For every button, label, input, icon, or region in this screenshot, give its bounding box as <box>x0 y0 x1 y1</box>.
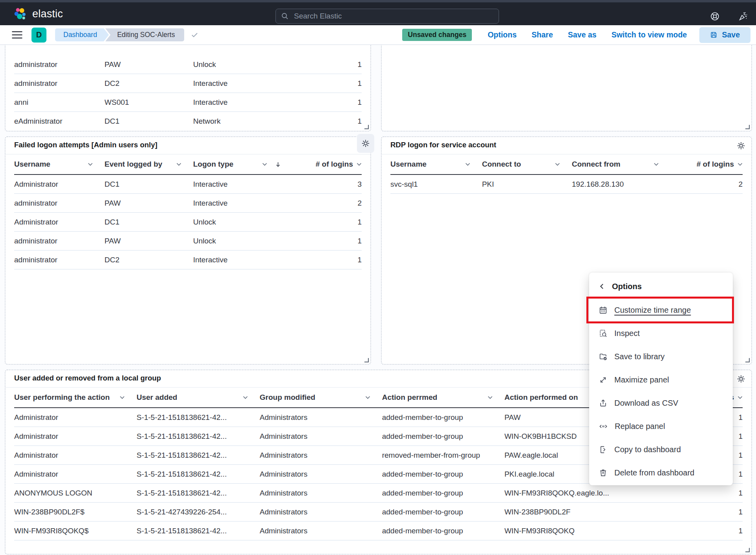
panel-resize-handle[interactable] <box>745 125 750 129</box>
menu-item-copy-to-dashboard[interactable]: Copy to dashboard <box>589 438 733 461</box>
chevron-down-icon <box>738 396 743 399</box>
menu-items: Customize time rangeInspectSave to libra… <box>589 299 733 484</box>
table-cell: PAW <box>105 237 193 245</box>
switch-to-view-mode-link[interactable]: Switch to view mode <box>612 30 687 39</box>
options-link[interactable]: Options <box>488 30 517 39</box>
save-as-link[interactable]: Save as <box>568 30 597 39</box>
chevron-down-icon <box>357 163 362 166</box>
menu-item-maximize-panel[interactable]: Maximize panel <box>589 368 733 392</box>
rdp-logon-table: UsernameConnect toConnect from# of login… <box>382 154 751 194</box>
check-icon <box>191 31 198 39</box>
table-cell: 1 <box>673 508 743 516</box>
table-cell: anni <box>14 98 105 107</box>
menu-item-inspect[interactable]: Inspect <box>589 322 733 345</box>
table-cell: 3 <box>290 180 362 189</box>
table-cell: 2 <box>671 180 743 189</box>
column-header[interactable]: Username <box>14 160 105 169</box>
table-cell: 1 <box>290 60 362 69</box>
table-row: administratorPAWInteractive2 <box>14 194 362 213</box>
menu-item-download-as-csv[interactable]: Download as CSV <box>589 392 733 415</box>
column-header[interactable]: User performing the action <box>14 393 137 402</box>
menu-item-customize-time-range[interactable]: Customize time range <box>589 299 733 322</box>
menu-hamburger-icon[interactable] <box>12 31 22 39</box>
table-cell: administrator <box>14 60 105 69</box>
breadcrumb-dashboard[interactable]: Dashboard <box>55 28 109 41</box>
table-row: administratorDC2Interactive1 <box>14 74 362 93</box>
table-cell: 1 <box>290 218 362 226</box>
column-header[interactable]: Username <box>390 160 482 169</box>
column-header-label: # of logins <box>316 160 353 169</box>
table-cell: Administrator <box>14 451 137 460</box>
sort-descending-icon <box>275 161 281 167</box>
whats-new-icon[interactable] <box>738 11 748 21</box>
column-header[interactable]: Group modified <box>260 393 382 402</box>
global-search[interactable] <box>275 9 499 24</box>
menu-item-label: Save to library <box>614 352 665 361</box>
table-cell: Administrators <box>260 451 382 460</box>
panel-gear-icon[interactable] <box>357 134 374 153</box>
app-header: elastic <box>0 0 756 25</box>
panel-resize-handle[interactable] <box>745 358 750 362</box>
column-header[interactable]: Event logged by <box>105 160 193 169</box>
table-cell: Interactive <box>193 79 290 88</box>
unsaved-changes-badge: Unsaved changes <box>402 29 472 41</box>
table-row: administratorDC2Interactive1 <box>14 251 362 269</box>
save-button[interactable]: Save <box>699 27 750 43</box>
table-cell: ANONYMOUS LOGON <box>14 489 137 497</box>
chevron-down-icon <box>88 163 93 166</box>
table-cell: administrator <box>14 256 105 264</box>
table-cell: DC1 <box>105 180 193 189</box>
space-avatar[interactable]: D <box>31 28 46 43</box>
table-cell: S-1-5-21-1518138621-42... <box>137 470 260 479</box>
replace-icon <box>599 422 608 431</box>
column-header[interactable]: Logon type <box>193 160 290 169</box>
chevron-down-icon <box>365 396 370 399</box>
menu-item-label: Maximize panel <box>614 375 669 384</box>
table-cell: S-1-5-21-1518138621-42... <box>137 451 260 460</box>
column-header[interactable]: User added <box>137 393 260 402</box>
panel-resize-handle[interactable] <box>364 125 369 129</box>
elastic-logo[interactable]: elastic <box>13 7 63 21</box>
menu-item-replace-panel[interactable]: Replace panel <box>589 415 733 438</box>
table-row: AdministratorDC1Interactive3 <box>14 175 362 194</box>
save-disk-icon <box>710 31 717 39</box>
menu-item-label: Customize time range <box>614 306 691 315</box>
column-header[interactable]: Action perrmed <box>382 393 505 402</box>
table-cell: Administrators <box>260 527 382 535</box>
panel-resize-handle[interactable] <box>745 548 750 552</box>
chevron-down-icon <box>243 396 248 399</box>
column-header[interactable]: Connect from <box>572 160 671 169</box>
table-cell: added-member-to-group <box>382 470 505 479</box>
menu-item-save-to-library[interactable]: Save to library <box>589 345 733 368</box>
save-library-icon <box>599 353 607 361</box>
chevron-down-icon <box>262 163 267 166</box>
column-header-label: Action perrmed <box>382 393 437 402</box>
chevron-left-icon[interactable] <box>599 283 605 290</box>
breadcrumb-editing-dashboard[interactable]: Editing SOC-Alerts <box>105 28 185 41</box>
panel-options-menu: Options Customize time rangeInspectSave … <box>589 273 733 485</box>
column-header-label: Event logged by <box>105 160 163 169</box>
search-input[interactable] <box>293 11 494 21</box>
table-cell: WIN-FM93RI8QOKQ.eagle.lo... <box>505 489 673 497</box>
column-header[interactable]: Connect to <box>482 160 572 169</box>
save-button-label: Save <box>722 30 740 39</box>
table-row: WIN-238BP90DL2F$S-1-5-21-427439226-254..… <box>14 503 743 522</box>
panel-gear-icon[interactable] <box>735 373 747 385</box>
help-icon[interactable] <box>710 11 720 21</box>
table-cell: DC2 <box>105 79 193 88</box>
column-header[interactable]: # of logins <box>290 160 362 169</box>
table-row: svc-sql1PKI192.168.28.1302 <box>390 175 743 194</box>
table-cell: administrator <box>14 237 105 245</box>
panel-resize-handle[interactable] <box>364 358 369 362</box>
table-cell: Unlock <box>193 218 290 226</box>
menu-item-label: Replace panel <box>615 422 665 431</box>
share-link[interactable]: Share <box>532 30 553 39</box>
table-cell: S-1-5-21-1518138621-42... <box>137 432 260 441</box>
menu-item-delete-from-dashboard[interactable]: Delete from dashboard <box>589 461 733 484</box>
table-cell: WS001 <box>105 98 193 107</box>
table-cell: Administrator <box>14 218 105 226</box>
column-header[interactable]: # of logins <box>671 160 743 169</box>
table-cell: WIN-FM93RI8QOKQ$ <box>14 527 137 535</box>
panel-gear-icon[interactable] <box>735 139 747 152</box>
column-header-label: # of logins <box>697 160 734 169</box>
